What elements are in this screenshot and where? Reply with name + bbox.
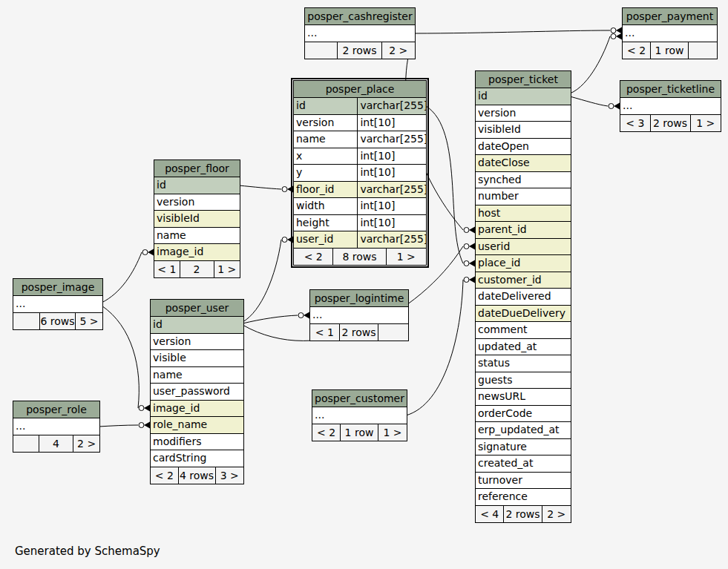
column-name: version [151, 334, 243, 350]
fk-count-cell: < 2 [294, 249, 333, 265]
column-row-user_password: user_password [151, 384, 243, 401]
column-row-dateDelivered: dateDelivered [476, 289, 571, 306]
ref-count-cell: 1 > [378, 424, 407, 441]
fk-circle-icon [609, 104, 614, 109]
table-title-posper_role[interactable]: posper_role [13, 401, 99, 418]
relationship-posper_image->posper_user.image_id [102, 306, 139, 408]
table-title-posper_floor[interactable]: posper_floor [154, 160, 240, 177]
column-name: image_id [151, 401, 243, 417]
fk-count-cell: < 2 [623, 42, 651, 59]
column-row-newsURL: newsURL [476, 389, 571, 406]
row-count-cell: 1 row [651, 42, 689, 59]
column-row-visible: visible [151, 350, 243, 367]
relationship-posper_cashregister->posper_payment [414, 30, 610, 33]
ref-count-cell: 2 > [382, 42, 415, 59]
column-row-y: yint[10] [294, 165, 426, 182]
table-posper_ticketline[interactable]: posper_ticketline...< 32 rows1 > [620, 80, 721, 132]
fk-circle-icon [282, 237, 287, 243]
column-row-turnover: turnover [476, 473, 571, 490]
column-row-cardString: cardString [151, 450, 243, 467]
fk-count-cell: < 1 [154, 261, 180, 277]
fk-arrowhead-icon [148, 249, 154, 256]
table-footer: < 12 rows1 > [154, 261, 240, 277]
column-name: erp_updated_at [476, 422, 571, 438]
column-row-number: number [476, 188, 571, 205]
fk-arrowhead-icon [304, 312, 309, 319]
fk-arrowhead-icon [469, 277, 475, 283]
column-name: image_id [154, 244, 240, 260]
fk-arrowhead-icon [469, 227, 475, 234]
fk-count-cell: < 2 [151, 467, 179, 484]
table-posper_logintime[interactable]: posper_logintime...< 12 rows [309, 289, 409, 341]
column-row-dateDueDelivery: dateDueDelivery [476, 306, 571, 323]
column-name: updated_at [476, 339, 571, 355]
table-title-posper_cashregister[interactable]: posper_cashregister [305, 8, 415, 25]
table-title-posper_logintime[interactable]: posper_logintime [310, 290, 408, 307]
table-posper_role[interactable]: posper_role...4 rows2 > [13, 401, 100, 453]
ref-count-cell: 1 > [691, 115, 721, 131]
fk-arrowhead-icon [144, 422, 150, 429]
column-row-parent_id: parent_id [476, 222, 571, 239]
column-row-version: version [151, 334, 243, 351]
column-type: int[10] [357, 198, 426, 214]
column-row-name: namevarchar[255] [294, 131, 426, 148]
column-name: newsURL [476, 389, 571, 405]
table-title-posper_ticketline[interactable]: posper_ticketline [620, 81, 721, 98]
table-footer: 2 rows2 > [305, 42, 415, 59]
generated-by-label: Generated by SchemaSpy [15, 545, 160, 558]
table-posper_floor[interactable]: posper_flooridversionvisibleIdnameimage_… [154, 159, 240, 278]
ref-count-cell: 5 > [76, 313, 102, 329]
fk-arrowhead-icon [616, 33, 622, 40]
table-title-posper_image[interactable]: posper_image [13, 279, 102, 296]
column-row-version: version [154, 194, 240, 211]
table-posper_image[interactable]: posper_image...6 rows5 > [13, 278, 103, 330]
ref-count-cell: 2 > [73, 435, 99, 452]
column-name: ... [310, 307, 408, 323]
row-count-cell: 2 rows [338, 42, 381, 59]
column-name: user_id [294, 231, 357, 248]
table-posper_customer[interactable]: posper_customer...< 21 row1 > [312, 389, 407, 441]
column-name: user_password [151, 384, 243, 400]
column-name: y [294, 165, 357, 181]
column-row-created_at: created_at [476, 455, 571, 473]
table-posper_user[interactable]: posper_useridversionvisiblenameuser_pass… [150, 299, 244, 484]
columns-ellipsis-row: ... [13, 418, 99, 435]
column-name: ... [305, 25, 415, 42]
column-name: reference [476, 489, 571, 505]
column-name: height [294, 215, 357, 231]
table-posper_cashregister[interactable]: posper_cashregister...2 rows2 > [304, 7, 416, 59]
table-posper_ticket[interactable]: posper_ticketidversionvisibleIddateOpend… [475, 70, 571, 523]
column-type: int[10] [357, 115, 426, 131]
column-row-updated_at: updated_at [476, 339, 571, 356]
ref-count-cell: 2 > [542, 506, 571, 522]
relationship-posper_floor.id->posper_place.floor_id [239, 185, 281, 189]
fk-arrowhead-icon [616, 27, 622, 34]
ref-count-cell: 3 > [216, 467, 244, 484]
relationship-posper_customer->posper_ticket.customer_id [406, 280, 463, 415]
table-posper_payment[interactable]: posper_payment...< 21 row [622, 7, 718, 59]
column-name: visibleId [154, 211, 240, 227]
table-title-posper_customer[interactable]: posper_customer [312, 390, 407, 407]
table-title-posper_user[interactable]: posper_user [151, 300, 243, 317]
relationship-posper_image->posper_floor.image_id [102, 252, 142, 303]
table-posper_place[interactable]: posper_placeidvarchar[255]versionint[10]… [293, 80, 427, 266]
column-name: version [294, 115, 357, 131]
table-title-posper_payment[interactable]: posper_payment [623, 8, 717, 25]
column-name: customer_id [476, 272, 571, 289]
column-name: ... [13, 296, 102, 312]
fk-count-cell: < 4 [476, 506, 504, 522]
column-row-name: name [151, 367, 243, 384]
row-count-cell: 2 rows [651, 115, 691, 131]
column-name: width [294, 198, 357, 214]
table-title-posper_ticket[interactable]: posper_ticket [476, 71, 571, 88]
column-row-height: heightint[10] [294, 215, 426, 232]
column-name: place_id [476, 255, 571, 272]
column-name: status [476, 355, 571, 372]
columns-ellipsis-row: ... [620, 98, 721, 115]
table-title-posper_place[interactable]: posper_place [294, 81, 426, 98]
column-row-name: name [154, 228, 240, 245]
fk-circle-icon [464, 277, 469, 283]
column-row-width: widthint[10] [294, 198, 426, 215]
ref-count-cell [378, 324, 408, 341]
table-footer: < 28 rows1 > [294, 249, 426, 265]
